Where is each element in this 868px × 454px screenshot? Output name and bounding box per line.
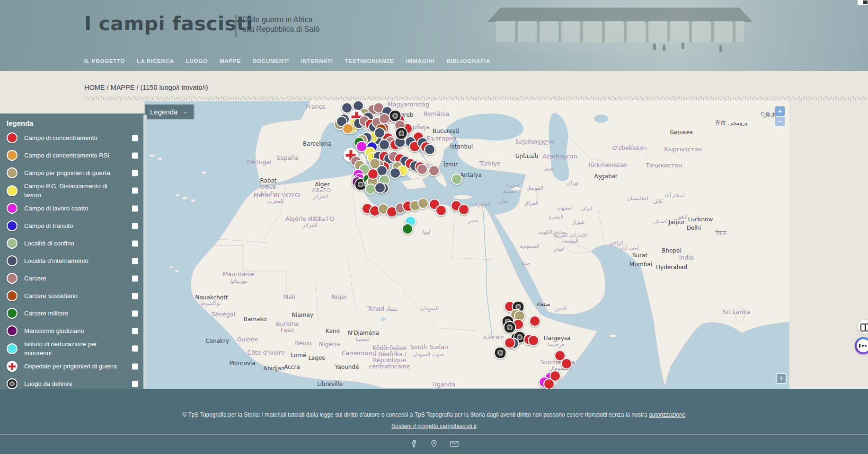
map-marker[interactable] <box>428 165 440 176</box>
map-marker[interactable] <box>417 198 429 209</box>
map-marker[interactable] <box>543 378 555 389</box>
footer-support-link[interactable]: Sostieni il progetto campifascisti.it <box>391 423 477 429</box>
legend-item-checkbox[interactable] <box>132 328 138 334</box>
legend-item-label: Campo di lavoro coatto <box>24 204 89 213</box>
legend-item-label: Campo di concentramento RSI <box>24 151 109 160</box>
map-marker[interactable] <box>374 182 386 193</box>
map-marker[interactable] <box>379 139 390 150</box>
map-marker[interactable] <box>402 223 413 235</box>
zoom-in-button[interactable]: + <box>775 106 785 116</box>
map-attribution-button[interactable]: i <box>776 373 787 384</box>
extension-button-1[interactable] <box>858 320 868 334</box>
legend-toggle-label: Legenda <box>150 108 177 116</box>
legend-item[interactable]: Campo di concentramento <box>0 129 147 147</box>
legend-item[interactable]: Località d'internamento <box>0 252 147 270</box>
legend-item-label: Località di confino <box>24 239 74 248</box>
legend-color-dot <box>7 238 18 249</box>
map-marker[interactable] <box>367 168 379 180</box>
legend-color-dot <box>7 167 18 178</box>
legend-item[interactable]: Campo P.G. Distaccamento di lavoro <box>0 182 147 200</box>
map-marker[interactable] <box>561 358 572 369</box>
legend-item[interactable]: Carcere militare <box>0 305 147 322</box>
legend-item-checkbox[interactable] <box>132 240 138 246</box>
legend-item-label: Campo per prigionieri di guerra <box>24 168 110 177</box>
map-marker[interactable] <box>435 205 447 216</box>
footer-social <box>0 439 868 448</box>
extension-button-2[interactable] <box>855 337 868 354</box>
map-marker[interactable] <box>424 144 435 155</box>
legend-item-checkbox[interactable] <box>132 346 138 352</box>
legend-item[interactable]: Campo di lavoro coatto <box>0 200 147 217</box>
breadcrumb-mappe-link[interactable]: MAPPE <box>111 84 135 91</box>
subtitle-line-2: alla Repubblica di Salò <box>242 25 319 34</box>
zoom-out-button[interactable]: − <box>775 117 785 126</box>
map-marker[interactable] <box>451 174 462 185</box>
nav-item-il-progetto[interactable]: IL PROGETTO <box>84 58 125 64</box>
map-marker[interactable] <box>504 337 515 349</box>
legend-item-checkbox[interactable] <box>132 310 138 316</box>
nav-item-immagini[interactable]: IMMAGINI <box>406 58 435 64</box>
subtitle-line-1: Dalle guerre in Africa <box>242 15 319 25</box>
footer: © TpS Topografia per la Storia: i materi… <box>0 389 868 454</box>
legend-item-checkbox[interactable] <box>132 381 138 387</box>
basemap <box>144 101 789 389</box>
map-marker[interactable] <box>379 113 390 124</box>
page: I campi fascisti Dalle guerre in Africa … <box>0 0 868 454</box>
legend-item[interactable]: Carcere sussidiario <box>0 287 147 305</box>
nav-item-documenti[interactable]: DOCUMENTI <box>253 58 289 64</box>
nav-item-testimonianze[interactable]: TESTIMONIANZE <box>345 58 394 64</box>
nav-item-la-ricerca[interactable]: LA RICERCA <box>137 58 174 64</box>
breadcrumb-home-link[interactable]: HOME <box>84 84 105 91</box>
legend-item[interactable]: Località di confino <box>0 235 147 252</box>
legend-item-checkbox[interactable] <box>132 188 138 194</box>
location-pin-icon[interactable] <box>429 439 439 448</box>
hospital-cross-icon <box>7 361 18 372</box>
collapse-arrow-icon: ← <box>183 108 189 115</box>
marker-luogo-da-definire[interactable] <box>494 347 507 359</box>
legend-item-checkbox[interactable] <box>132 152 138 158</box>
map-marker[interactable] <box>458 204 469 215</box>
legend-item-checkbox[interactable] <box>132 293 138 299</box>
map-marker[interactable] <box>374 127 385 139</box>
legend-color-dot <box>7 255 18 266</box>
legend-item[interactable]: Carcere <box>0 270 147 287</box>
main-nav: IL PROGETTOLA RICERCALUOGOMAPPEDOCUMENTI… <box>84 58 490 64</box>
legend-item-checkbox[interactable] <box>132 275 138 281</box>
legend-item-checkbox[interactable] <box>132 135 138 141</box>
nav-item-bibliografia[interactable]: BIBLIOGRAFIA <box>446 58 490 64</box>
nav-item-mappe[interactable]: MAPPE <box>220 58 241 64</box>
legend-scrollbar[interactable] <box>143 114 147 413</box>
nav-item-luogo[interactable]: LUOGO <box>186 58 208 64</box>
map-canvas[interactable]: FranceBarcelonaEspañaPortugalRabatⵔⴱⴰⵟال… <box>144 101 789 389</box>
legend-color-dot <box>7 290 18 301</box>
legend-item[interactable]: Manicomio giudiziario <box>0 322 147 340</box>
legend-item[interactable]: Istituto di rieducazione per minorenni <box>0 340 147 358</box>
legend-item-checkbox[interactable] <box>132 223 138 229</box>
legend-item-label: Manicomio giudiziario <box>24 326 84 335</box>
facebook-icon[interactable] <box>409 439 419 448</box>
legend-toggle-button[interactable]: Legenda ← <box>145 105 194 119</box>
map-marker[interactable] <box>342 123 354 134</box>
legend-item-checkbox[interactable] <box>132 363 138 369</box>
map-marker[interactable] <box>529 315 540 327</box>
breadcrumb-result-count: (1150 luogo/i trovato/i) <box>140 84 208 91</box>
legend-item-label: Campo di concentramento <box>24 133 97 142</box>
map-marker[interactable] <box>390 167 401 179</box>
legend-item[interactable]: Campo per prigionieri di guerra <box>0 164 147 182</box>
legend-item-checkbox[interactable] <box>132 258 138 264</box>
email-icon[interactable] <box>449 439 459 448</box>
legend-item-checkbox[interactable] <box>132 205 138 211</box>
site-title[interactable]: I campi fascisti <box>84 12 253 35</box>
nav-item-internati[interactable]: INTERNATI <box>301 58 333 64</box>
legend-color-dot <box>7 132 18 143</box>
breadcrumb: HOME / MAPPE / (1150 luogo/i trovato/i) <box>84 84 208 91</box>
breadcrumb-separator: / <box>107 84 111 91</box>
legend-item[interactable]: Campo di transito <box>0 217 147 235</box>
legend-item[interactable]: Campo di concentramento RSI <box>0 147 147 164</box>
legend-item-checkbox[interactable] <box>132 170 138 176</box>
map-marker[interactable] <box>416 164 428 175</box>
footer-authorization-link[interactable]: autorizzazione <box>649 411 685 418</box>
legend-item[interactable]: Ospedale per prigionieri di guerra <box>0 358 147 375</box>
map-marker[interactable] <box>528 335 539 346</box>
window-scrollbar-stub[interactable] <box>858 0 868 5</box>
